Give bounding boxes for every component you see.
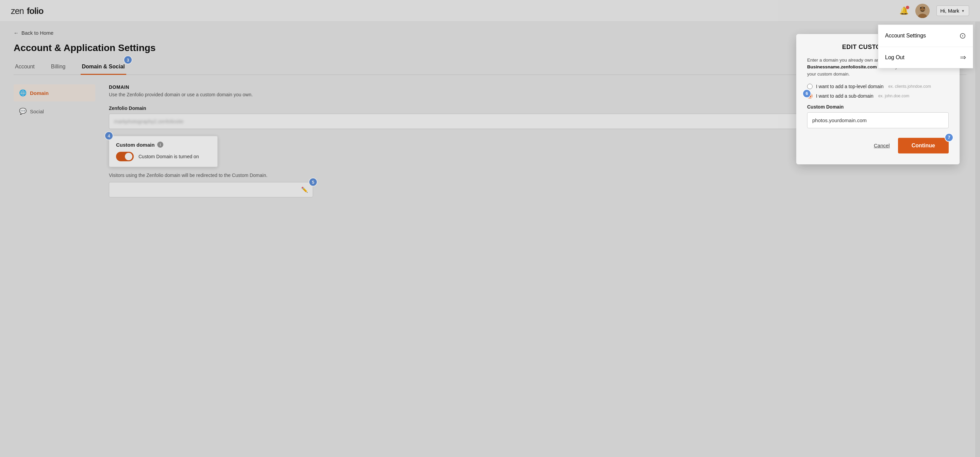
person-circle-icon: ⊙ xyxy=(959,31,966,40)
radio-top-level-input[interactable] xyxy=(807,84,813,89)
logout-label: Log Out xyxy=(885,54,904,61)
radio-top-level-domain[interactable]: I want to add a top-level domain ex. cli… xyxy=(807,84,949,89)
radio-sub-domain-label: I want to add a sub-domain xyxy=(816,93,873,99)
cancel-button[interactable]: Cancel xyxy=(874,143,890,148)
dropdown-menu: Account Settings ⊙ 2 Log Out ⇒ xyxy=(878,24,973,68)
continue-button[interactable]: Continue xyxy=(898,138,949,153)
radio-top-level-label: I want to add a top-level domain xyxy=(816,84,883,89)
radio-top-level-example: ex. clients.johndoe.com xyxy=(888,84,931,89)
account-settings-label: Account Settings xyxy=(885,33,926,39)
radio-sub-domain-example: ex. john.doe.com xyxy=(878,94,909,98)
modal-overlay: ✕ EDIT CUSTOM DOMAIN Enter a domain you … xyxy=(0,0,980,457)
radio-sub-domain[interactable]: I want to add a sub-domain ex. john.doe.… xyxy=(807,93,949,99)
logout-menu-item[interactable]: Log Out ⇒ xyxy=(878,47,973,68)
account-settings-menu-item[interactable]: Account Settings ⊙ 2 xyxy=(878,25,973,47)
modal-actions: Cancel Continue 7 xyxy=(807,138,949,153)
modal-custom-domain-input[interactable] xyxy=(807,112,949,128)
logout-icon: ⇒ xyxy=(960,53,966,62)
step-7-badge: 7 xyxy=(945,133,953,142)
step-6-badge: 6 xyxy=(802,89,811,98)
modal-custom-domain-label: Custom Domain xyxy=(807,104,949,110)
modal-highlight: Businessname.zenfoliosite.com xyxy=(807,64,877,69)
